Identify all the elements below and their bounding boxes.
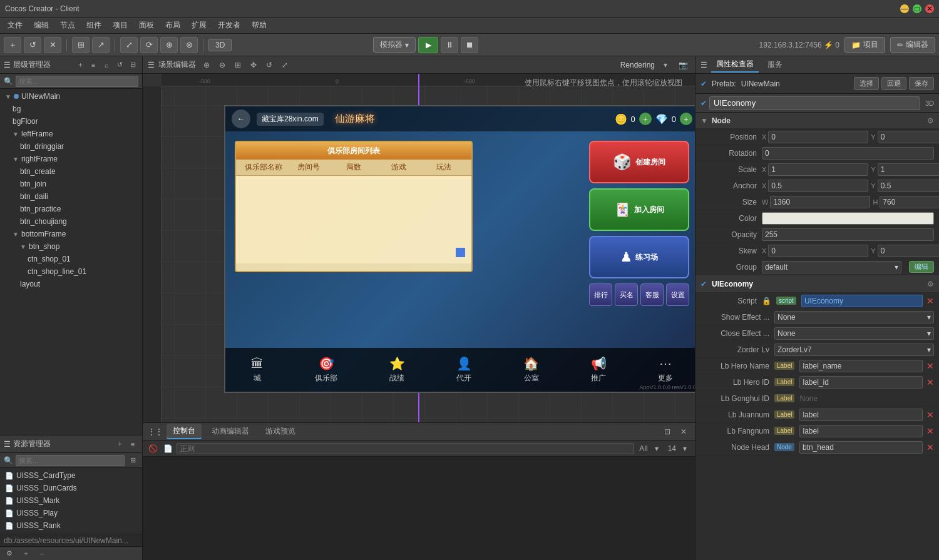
minimize-button[interactable]: — [900, 4, 909, 13]
nav-record[interactable]: ⭐ 战绩 [389, 356, 405, 384]
asset-UISSS-CardType[interactable]: 📄 UISSS_CardType [0, 469, 142, 482]
assets-add-button[interactable]: ＋ [114, 439, 125, 450]
size-w-input[interactable] [770, 196, 870, 208]
skew-x-input[interactable] [768, 245, 868, 257]
pause-button[interactable]: ⏸ [441, 37, 458, 53]
asset-UISSS-Play[interactable]: 📄 UISSS_Play [0, 507, 142, 519]
tab-service[interactable]: 服务 [762, 58, 788, 72]
resize-button[interactable]: ↗ [92, 37, 110, 53]
node-head-clear-button[interactable]: ✕ [926, 442, 934, 452]
size-h-input[interactable] [880, 196, 939, 208]
tree-node-btn-create[interactable]: btn_create [0, 165, 142, 178]
tree-node-btn-shop[interactable]: ▼ btn_shop [0, 240, 142, 253]
tree-node-btn-join[interactable]: btn_join [0, 178, 142, 190]
tree-node-btn-choujiang[interactable]: btn_choujiang [0, 215, 142, 228]
rendering-dropdown-button[interactable]: ▾ [659, 58, 672, 72]
scene-move-button[interactable]: ✥ [247, 58, 260, 72]
menu-item-编辑[interactable]: 编辑 [29, 19, 54, 32]
lb-juannum-input[interactable] [799, 409, 923, 421]
menu-item-面板[interactable]: 面板 [134, 19, 159, 32]
stop-button[interactable]: ⏹ [461, 37, 478, 53]
tab-game-preview[interactable]: 游戏预览 [259, 424, 302, 439]
back-button[interactable]: ← [232, 109, 250, 128]
nav-gonghui[interactable]: 🏠 公室 [523, 356, 539, 384]
tree-node-bg[interactable]: bg [0, 103, 142, 115]
nav-daikai[interactable]: 👤 代开 [456, 356, 472, 384]
menu-item-帮助[interactable]: 帮助 [247, 19, 272, 32]
move-button[interactable]: ⤢ [120, 37, 138, 53]
all-dropdown-button[interactable]: ▾ [650, 442, 663, 455]
lb-fangnum-clear-button[interactable]: ✕ [926, 426, 934, 436]
assets-filter-button[interactable]: ⊞ [127, 455, 138, 466]
menu-item-组件[interactable]: 组件 [81, 19, 106, 32]
tree-node-uinewmain[interactable]: ▼ UINewMain [0, 90, 142, 103]
maximize-button[interactable]: □ [913, 4, 921, 13]
rank-button[interactable]: 排行 [589, 283, 612, 306]
asset-UISSS-Mark[interactable]: 📄 UISSS_Mark [0, 494, 142, 507]
tree-node-leftframe[interactable]: ▼ leftFrame [0, 128, 142, 140]
close-effect-dropdown[interactable]: None ▾ [774, 327, 934, 340]
nav-more[interactable]: ⋯ 更多 [658, 356, 673, 384]
menu-item-文件[interactable]: 文件 [3, 19, 28, 32]
lb-fangnum-input[interactable] [799, 425, 923, 437]
create-room-button[interactable]: 🎲 创建房间 [589, 141, 689, 183]
assets-search-input[interactable] [16, 455, 125, 466]
lb-hero-id-input[interactable] [799, 376, 923, 389]
tree-node-btn-daili[interactable]: btn_daili [0, 190, 142, 203]
asset-UISSS-DunCards[interactable]: 📄 UISSS_DunCards [0, 482, 142, 494]
position-x-input[interactable] [768, 131, 868, 143]
buyname-button[interactable]: 买名 [615, 283, 638, 306]
scene-view[interactable]: -500 0 -500 使用鼠标右键平移视图焦点，使用滚轮缩放视图 ⬡ PREF… [143, 74, 695, 422]
assets-list-button[interactable]: ≡ [127, 439, 138, 450]
node-section-header[interactable]: ▼ Node ⚙ [695, 113, 939, 129]
ui-economy-section-header[interactable]: ✔ UIEconomy ⚙ [695, 275, 939, 293]
filter-button[interactable]: 📄 [162, 442, 174, 455]
color-swatch[interactable] [762, 212, 934, 225]
tree-node-bottomframe[interactable]: ▼ bottomFrame [0, 228, 142, 240]
skew-y-input[interactable] [878, 245, 939, 257]
asset-UISSS-Rank[interactable]: 📄 UISSS_Rank [0, 519, 142, 532]
group-edit-button[interactable]: 编辑 [909, 261, 934, 273]
component-checkbox-icon[interactable]: ✔ [700, 99, 707, 108]
anchor-x-input[interactable] [768, 180, 868, 192]
nav-tuiguang[interactable]: 📢 推广 [591, 356, 607, 384]
menu-item-布局[interactable]: 布局 [160, 19, 185, 32]
add-gem-button[interactable]: ＋ [680, 113, 692, 125]
project-button[interactable]: 📁 项目 [844, 37, 885, 53]
hierarchy-search-button[interactable]: ⌕ [101, 59, 112, 71]
service-button[interactable]: 客服 [640, 283, 664, 306]
position-y-input[interactable] [878, 131, 939, 143]
play-button[interactable]: ▶ [418, 37, 438, 53]
simulator-button[interactable]: 模拟器 ▾ [373, 37, 416, 53]
lb-hero-name-clear-button[interactable]: ✕ [926, 361, 934, 371]
nav-city[interactable]: 🏛 城 [251, 357, 264, 384]
hierarchy-expand-button[interactable]: ⊟ [127, 59, 138, 71]
save-prefab-button[interactable]: 保存 [909, 77, 934, 90]
select-prefab-button[interactable]: 选择 [854, 77, 879, 90]
hierarchy-search-input[interactable] [16, 76, 138, 87]
group-dropdown[interactable]: default ▾ [762, 261, 901, 273]
anchor-y-input[interactable] [878, 180, 939, 192]
script-ref-input[interactable]: UIEconomy [801, 295, 923, 307]
menu-item-节点[interactable]: 节点 [55, 19, 80, 32]
anchor-button[interactable]: ⊗ [180, 37, 198, 53]
practice-button[interactable]: ♟ 练习场 [589, 236, 689, 278]
tab-console[interactable]: 控制台 [167, 424, 202, 439]
zorder-dropdown[interactable]: ZorderLv7 ▾ [774, 344, 934, 356]
3d-mode-button[interactable]: 3D [208, 39, 232, 51]
join-room-button[interactable]: 🃏 加入房间 [589, 188, 689, 231]
menu-item-开发者[interactable]: 开发者 [213, 19, 245, 32]
tab-animation[interactable]: 动画编辑器 [205, 424, 255, 439]
tree-node-ctn-shop-line[interactable]: ctn_shop_line_01 [0, 265, 142, 278]
settings-game-button[interactable]: 设置 [666, 283, 689, 306]
tree-node-btn-practice[interactable]: btn_practice [0, 203, 142, 215]
scene-zoom-in-button[interactable]: ⊕ [200, 58, 213, 72]
menu-item-扩展[interactable]: 扩展 [187, 19, 212, 32]
nav-club[interactable]: 🎯 俱乐部 [315, 356, 337, 384]
editor-button[interactable]: ✏ 编辑器 [890, 37, 935, 53]
rotation-input[interactable] [762, 147, 934, 160]
tab-inspector[interactable]: 属性检查器 [711, 57, 759, 73]
lb-hero-name-input[interactable] [799, 360, 923, 372]
layout-button[interactable]: ⊞ [72, 37, 90, 53]
opacity-input[interactable] [762, 228, 934, 241]
